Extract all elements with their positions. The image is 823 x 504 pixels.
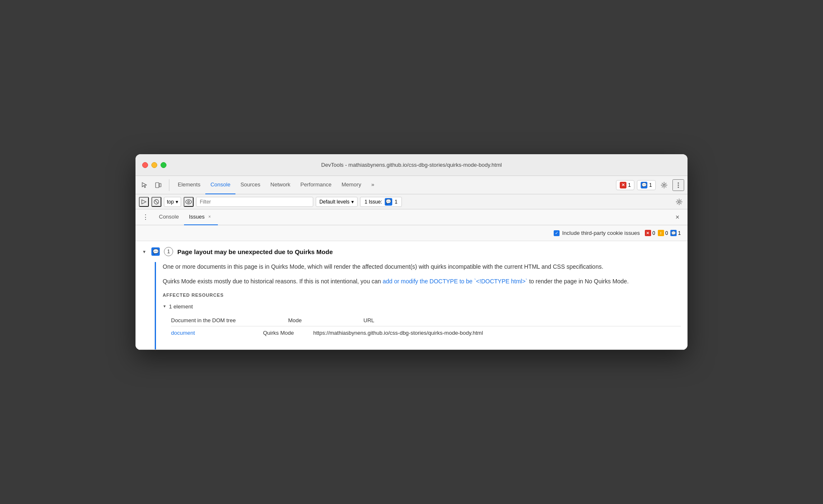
panel-tabs: ⋮ Console Issues × × (135, 209, 688, 225)
affected-resources: AFFECTED RESOURCES ▼ 1 element Document … (163, 293, 681, 339)
close-button[interactable] (142, 162, 148, 168)
col-header-url: URL (363, 317, 374, 323)
eye-button[interactable] (184, 197, 194, 207)
context-selector[interactable]: top ▾ (164, 197, 181, 207)
issues-count-button[interactable]: 1 Issue: 💬 1 (360, 197, 402, 207)
tab-elements[interactable]: Elements (173, 176, 205, 194)
issue-desc-2-pre: Quirks Mode exists mostly due to histori… (163, 278, 383, 285)
svg-point-11 (678, 201, 680, 203)
error-count-icon: ✕ (645, 230, 651, 236)
issue-count-badges: ✕ 0 ! 0 💬 1 (645, 230, 681, 236)
default-levels-button[interactable]: Default levels ▾ (316, 197, 358, 207)
resource-table: Document in the DOM tree Mode URL docume… (171, 315, 681, 339)
vertical-dots-icon (677, 182, 679, 188)
close-panel-button[interactable]: × (672, 212, 682, 222)
devtools-toolbar: Elements Console Sources Network Perform… (135, 176, 688, 194)
warning-count-badge: ! 0 (658, 230, 668, 236)
cursor-icon (141, 182, 148, 188)
toolbar-tabs: Elements Console Sources Network Perform… (173, 176, 616, 194)
expand-arrow-icon: ▼ (142, 249, 147, 254)
tab-sources[interactable]: Sources (235, 176, 266, 194)
tab-performance[interactable]: Performance (295, 176, 336, 194)
error-icon: ✕ (620, 182, 626, 188)
clear-console-button[interactable] (139, 197, 149, 207)
col-header-doc: Document in the DOM tree (171, 317, 255, 323)
devtools-window: DevTools - mathiasbynens.github.io/css-d… (135, 154, 688, 350)
svg-rect-1 (159, 183, 161, 187)
block-icon (153, 199, 159, 205)
issue-header-row[interactable]: ▼ 💬 1 Page layout may be unexpected due … (135, 241, 688, 262)
issues-header: ✓ Include third-party cookie issues ✕ 0 … (135, 225, 688, 241)
resource-doc-link-cell: document (171, 330, 255, 336)
tab-more[interactable]: » (366, 176, 379, 194)
issue-body: One or more documents in this page is in… (155, 262, 688, 349)
filter-input[interactable] (196, 197, 313, 207)
play-icon (141, 199, 147, 205)
issues-content: ▼ 💬 1 Page layout may be unexpected due … (135, 241, 688, 350)
third-party-cookie-checkbox[interactable]: ✓ (554, 230, 560, 236)
issue-desc-2-post: to render the page in No Quirks Mode. (527, 278, 629, 285)
table-header: Document in the DOM tree Mode URL (171, 315, 681, 326)
issues-count-icon: 💬 (385, 198, 392, 206)
issue-group: ▼ 💬 1 Page layout may be unexpected due … (135, 241, 688, 350)
traffic-lights (142, 162, 166, 168)
minimize-button[interactable] (151, 162, 157, 168)
titlebar: DevTools - mathiasbynens.github.io/css-d… (135, 154, 688, 176)
close-issues-tab[interactable]: × (206, 214, 213, 220)
inspect-element-button[interactable] (139, 179, 151, 191)
issue-count-indicator: 1 (164, 247, 173, 256)
svg-point-5 (678, 186, 679, 188)
panel-menu-button[interactable]: ⋮ (141, 212, 151, 222)
svg-marker-6 (142, 200, 146, 204)
svg-point-9 (186, 200, 192, 204)
issue-title: Page layout may be unexpected due to Qui… (177, 248, 333, 255)
settings-button[interactable] (658, 179, 670, 191)
info-count-icon: 💬 (670, 230, 677, 236)
issue-description: One or more documents in this page is in… (163, 262, 681, 286)
third-party-cookie-checkbox-label[interactable]: ✓ Include third-party cookie issues (554, 230, 640, 236)
message-icon: 💬 (641, 182, 647, 188)
more-options-button[interactable] (672, 179, 684, 191)
resource-mode-cell: Quirks Mode (263, 330, 305, 336)
issue-type-icon: 💬 (151, 247, 160, 256)
svg-point-3 (678, 182, 679, 183)
console-toolbar: top ▾ Default levels ▾ 1 Issue: 💬 1 (135, 194, 688, 209)
error-badge-button[interactable]: ✕ 1 (616, 180, 635, 190)
element-count-label: 1 element (169, 303, 193, 310)
tab-memory[interactable]: Memory (337, 176, 366, 194)
element-count-row[interactable]: ▼ 1 element (163, 302, 681, 311)
device-toolbar-button[interactable] (152, 179, 164, 191)
toolbar-icons-left (139, 179, 169, 191)
device-icon (155, 182, 161, 188)
console-gear-icon (676, 199, 682, 205)
table-row: document Quirks Mode https://mathiasbyne… (171, 326, 681, 339)
info-count-badge: 💬 1 (670, 230, 681, 236)
svg-point-2 (663, 184, 665, 186)
affected-resources-label: AFFECTED RESOURCES (163, 293, 681, 298)
maximize-button[interactable] (161, 162, 166, 168)
gear-icon (661, 182, 667, 188)
message-badge-button[interactable]: 💬 1 (637, 180, 656, 190)
document-link[interactable]: document (171, 330, 195, 336)
error-count-badge: ✕ 0 (645, 230, 655, 236)
tab-network[interactable]: Network (266, 176, 296, 194)
add-doctype-link[interactable]: add or modify the DOCTYPE to be `<!DOCTY… (383, 278, 527, 285)
resource-url-cell: https://mathiasbynens.github.io/css-dbg-… (313, 330, 483, 336)
dropdown-arrow-icon: ▾ (176, 199, 178, 205)
tree-arrow-icon: ▼ (163, 304, 166, 308)
warning-count-icon: ! (658, 230, 664, 236)
block-icon-button[interactable] (151, 197, 161, 207)
issue-desc-1: One or more documents in this page is in… (163, 263, 603, 270)
col-header-mode: Mode (288, 317, 330, 323)
svg-rect-0 (156, 183, 159, 188)
tab-issues-panel[interactable]: Issues × (184, 209, 218, 225)
tab-console[interactable]: Console (205, 176, 235, 194)
tab-console-panel[interactable]: Console (154, 209, 184, 225)
svg-point-4 (678, 184, 679, 186)
window-title: DevTools - mathiasbynens.github.io/css-d… (321, 162, 502, 168)
levels-dropdown-arrow: ▾ (351, 199, 354, 205)
console-settings-button[interactable] (674, 197, 684, 207)
svg-line-8 (155, 200, 158, 204)
eye-icon (185, 199, 192, 204)
toolbar-right: ✕ 1 💬 1 (616, 179, 684, 191)
